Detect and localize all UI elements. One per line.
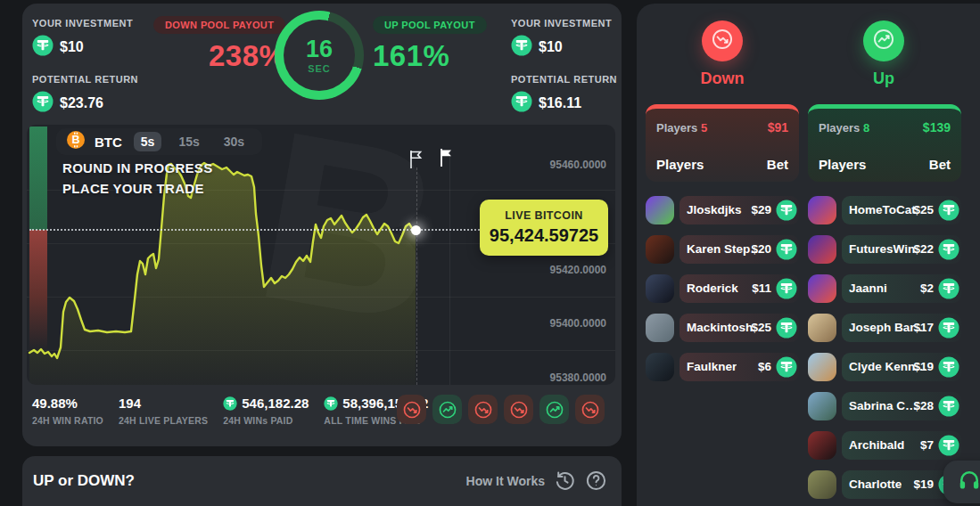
player-name: Mackintosh xyxy=(687,314,753,342)
down-pool-label: Down xyxy=(701,69,745,88)
tether-icon xyxy=(938,435,959,456)
up-pool-percent: 161% xyxy=(373,39,487,73)
current-price-dot xyxy=(411,225,421,235)
down-pool-total: $91 xyxy=(768,120,788,135)
player-bet-amount: $19 xyxy=(913,353,934,381)
player-bet-amount: $11 xyxy=(752,274,771,303)
up-pool-total: $139 xyxy=(923,120,951,135)
interval-tab-5s[interactable]: 5s xyxy=(134,132,162,151)
player-bet-amount: $6 xyxy=(758,353,771,381)
player-name: FuturesWin xyxy=(849,235,915,264)
players-word: Players xyxy=(819,121,860,135)
trend-down-icon xyxy=(474,400,493,420)
up-or-down-title: UP or DOWN? xyxy=(33,472,135,490)
up-pool-payout: UP POOL PAYOUT 161% xyxy=(373,16,487,73)
round-result-down xyxy=(397,395,426,424)
down-player-row: Karen Step… $20 xyxy=(646,235,799,264)
up-players-list: HomeToCat $25 FuturesWin $22 Jaanni $2 J… xyxy=(808,196,961,506)
trend-down-icon xyxy=(711,28,734,51)
up-pool-head: Up xyxy=(839,20,928,88)
symbol-label: BTC xyxy=(95,135,122,150)
question-circle-icon[interactable] xyxy=(585,469,607,492)
down-players-list: Jloskdjks $29 Karen Step… $20 Roderick $… xyxy=(646,196,799,392)
pools-panel: Down Up Players 5 $91 Players Bet Player… xyxy=(637,4,980,506)
player-name: Jloskdjks xyxy=(687,196,742,224)
your-investment-left: YOUR INVESTMENT $10 POTENTIAL RETURN $23… xyxy=(32,18,138,116)
investment-value: $10 xyxy=(539,39,563,55)
up-pool-badge: UP POOL PAYOUT xyxy=(373,16,487,34)
support-button[interactable] xyxy=(943,461,980,503)
tether-icon xyxy=(938,317,959,339)
up-player-row: FuturesWin $22 xyxy=(808,235,961,264)
player-name: Sabrina C… xyxy=(849,392,918,420)
tether-icon xyxy=(776,200,797,221)
symbol-selector: B BTC 5s15s30s xyxy=(56,128,262,155)
round-status-line1: ROUND IN PROGRESS xyxy=(62,160,212,175)
stat-value: 49.88% xyxy=(32,396,78,411)
interval-tab-30s[interactable]: 30s xyxy=(217,132,251,151)
interval-tab-15s[interactable]: 15s xyxy=(171,132,206,151)
svg-text:B: B xyxy=(71,134,79,146)
trading-panel: YOUR INVESTMENT $10 POTENTIAL RETURN $23… xyxy=(22,4,622,446)
tether-icon xyxy=(776,356,797,378)
flag-filled-icon xyxy=(439,148,454,171)
investment-value: $10 xyxy=(60,39,84,55)
stat-label: 24H LIVE PLAYERS xyxy=(119,415,208,426)
player-avatar xyxy=(646,274,674,303)
tether-icon xyxy=(324,396,338,411)
trend-up-icon xyxy=(872,28,895,51)
round-result-down xyxy=(504,395,533,424)
potential-return-value: $16.11 xyxy=(539,95,581,111)
down-player-row: Mackintosh $25 xyxy=(646,314,799,342)
players-column-header: Players xyxy=(819,157,866,172)
down-pool-head: Down xyxy=(678,20,767,88)
player-name: Roderick xyxy=(687,274,738,303)
stat-item: 546,182.28 24H WINs PAID xyxy=(223,396,309,426)
player-avatar xyxy=(808,235,836,264)
tether-icon xyxy=(511,91,532,112)
player-name: Charlotte xyxy=(849,470,902,499)
tether-icon xyxy=(938,396,959,417)
flag-outline-icon xyxy=(408,150,424,173)
player-avatar xyxy=(646,314,674,342)
player-bet-amount: $28 xyxy=(913,392,934,420)
round-result-down xyxy=(575,395,605,424)
timer-unit: SEC xyxy=(308,64,331,74)
bet-column-header: Bet xyxy=(767,157,788,172)
round-result-down xyxy=(468,395,498,424)
player-bet-amount: $22 xyxy=(913,235,934,264)
player-avatar xyxy=(808,314,836,342)
tether-icon xyxy=(32,35,54,56)
round-history-row xyxy=(397,395,605,424)
trend-down-icon xyxy=(581,400,600,420)
bet-down-button[interactable] xyxy=(702,20,743,61)
potential-return-value: $23.76 xyxy=(60,95,103,111)
potential-return-label: POTENTIAL RETURN xyxy=(32,74,138,85)
tether-icon xyxy=(511,35,532,56)
your-investment-right: YOUR INVESTMENT $10 POTENTIAL RETURN $16… xyxy=(511,18,617,116)
history-clock-icon[interactable] xyxy=(554,469,576,492)
player-bet-amount: $20 xyxy=(751,235,771,264)
bet-up-button[interactable] xyxy=(863,20,904,61)
trend-up-icon xyxy=(545,400,564,420)
investment-label: YOUR INVESTMENT xyxy=(32,18,138,29)
player-avatar xyxy=(808,470,836,499)
live-price-label: LIVE BITCOIN xyxy=(505,209,582,222)
tether-icon xyxy=(32,91,54,112)
up-player-row: Sabrina C… $28 xyxy=(808,392,961,420)
player-bet-amount: $25 xyxy=(751,314,771,342)
player-name: Faulkner xyxy=(687,353,737,381)
up-pool-card: Players 8 $139 Players Bet xyxy=(808,104,961,182)
tether-icon xyxy=(776,239,797,260)
player-bet-amount: $25 xyxy=(913,196,934,224)
down-pool-badge: DOWN POOL PAYOUT xyxy=(153,16,285,34)
player-bet-amount: $29 xyxy=(751,196,771,224)
player-avatar xyxy=(646,353,674,381)
how-it-works-link[interactable]: How It Works xyxy=(466,474,545,488)
player-name: HomeToCat xyxy=(849,196,916,224)
live-price-box: LIVE BITCOIN 95,424.59725 xyxy=(480,200,608,256)
up-player-row: HomeToCat $25 xyxy=(808,196,961,224)
round-result-up xyxy=(539,395,569,424)
player-avatar xyxy=(808,196,836,224)
round-status-line2: PLACE YOUR TRADE xyxy=(62,181,204,196)
